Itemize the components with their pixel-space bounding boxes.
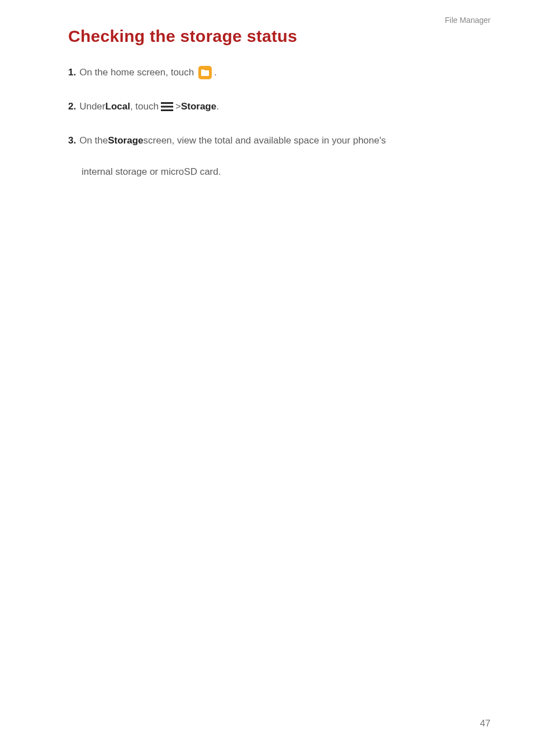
- page-content: Checking the storage status 1. On the ho…: [0, 0, 533, 183]
- page-number: 47: [480, 718, 491, 729]
- step-1-text-post: .: [214, 61, 217, 83]
- step-2-number: 2.: [68, 95, 76, 117]
- hamburger-menu-icon: [161, 102, 173, 112]
- header-section-label: File Manager: [445, 16, 491, 25]
- step-2-local-label: Local: [106, 95, 130, 117]
- step-2-storage-label: Storage: [181, 95, 216, 117]
- file-manager-app-icon: [197, 65, 213, 80]
- step-1: 1. On the home screen, touch .: [68, 61, 465, 83]
- step-2-gt: >: [175, 95, 181, 117]
- step-3-number: 3.: [68, 130, 76, 151]
- step-2-text-post: .: [216, 95, 219, 117]
- page-title: Checking the storage status: [68, 27, 465, 46]
- step-3-text-tail: screen, view the total and available spa…: [144, 130, 386, 151]
- step-2-text-mid: , touch: [130, 95, 159, 117]
- step-3-storage-label: Storage: [108, 130, 143, 151]
- svg-rect-2: [161, 106, 173, 107]
- step-3: 3. On the Storage screen, view the total…: [68, 130, 465, 151]
- step-2: 2. Under Local , touch > Storage .: [68, 95, 465, 117]
- svg-rect-1: [161, 102, 173, 104]
- step-1-text-pre: On the home screen, touch: [79, 61, 194, 83]
- step-3-text-pre: On the: [79, 130, 108, 151]
- step-2-text-pre: Under: [79, 95, 105, 117]
- step-1-number: 1.: [68, 61, 76, 83]
- svg-rect-3: [161, 109, 173, 111]
- step-3-line-2: internal storage or microSD card.: [68, 161, 465, 182]
